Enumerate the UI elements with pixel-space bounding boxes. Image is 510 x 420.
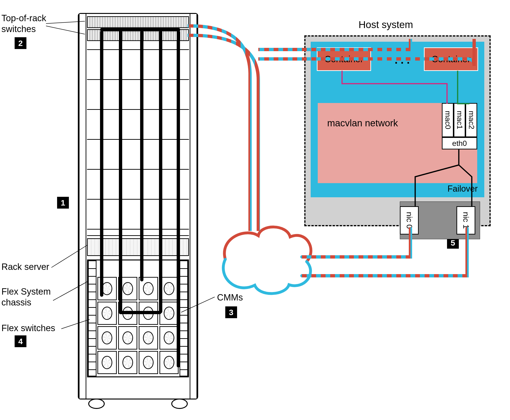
mac0: mac0 (442, 103, 454, 137)
nic1: nic 1 (456, 206, 475, 234)
fan-module (159, 326, 179, 350)
cable (159, 30, 162, 313)
rack (78, 13, 198, 399)
callout-rack: 1 (57, 197, 69, 209)
fan-module (118, 326, 138, 350)
tor-switches-label: Top-of-rack switches (1, 13, 46, 34)
chassis-fan-grid (97, 277, 178, 374)
cmms-label: CMMs (217, 292, 243, 303)
cmm-side (179, 260, 188, 376)
cable (119, 311, 161, 314)
callout-flex-switch: 4 (15, 335, 26, 347)
macvlan-network: macvlan network mac0 mac1 mac2 eth0 (318, 103, 477, 183)
rack-rail-left (79, 14, 86, 398)
nic0: nic 0 (400, 206, 419, 234)
mac-interfaces: mac0 mac1 mac2 (442, 103, 477, 137)
fan-module (97, 302, 117, 325)
macvlan-label: macvlan network (327, 117, 398, 129)
rack-interior (87, 16, 189, 380)
cloud-label: Data / management network (219, 249, 309, 269)
fan-module (97, 326, 117, 350)
mac1: mac1 (454, 103, 465, 137)
cable (100, 30, 103, 297)
fan-module (139, 351, 158, 374)
rack-foot (171, 398, 188, 409)
fan-module (139, 326, 158, 350)
fan-module (97, 351, 117, 374)
mac2: mac2 (465, 103, 477, 137)
container-right: Container (424, 47, 478, 71)
fan-module (118, 351, 138, 374)
host-system: Container . . . Container macvlan networ… (304, 35, 491, 226)
flex-chassis-label: Flex System chassis (1, 286, 51, 308)
data-management-cloud: Data / management network (219, 233, 309, 285)
container-left: Container (317, 47, 371, 71)
flex-switches-label: Flex switches (1, 323, 55, 334)
fan-module (159, 351, 179, 374)
rack-foot (88, 398, 105, 409)
flex-switch-left (88, 260, 96, 376)
rack-rail-right (190, 14, 197, 398)
tor-switch-1 (87, 16, 189, 28)
eth0: eth0 (442, 137, 477, 150)
failover-label: Failover (448, 184, 478, 194)
callout-cmm: 3 (225, 306, 237, 318)
cable (140, 30, 143, 281)
rack-server-label: Rack server (1, 262, 49, 272)
host-container-layer: Container . . . Container macvlan networ… (311, 42, 484, 197)
cable (119, 30, 122, 313)
host-system-label: Host system (359, 19, 413, 31)
container-ellipsis: . . . (391, 53, 414, 66)
cable (100, 28, 180, 31)
cable (177, 30, 180, 368)
callout-tor: 2 (15, 37, 26, 49)
